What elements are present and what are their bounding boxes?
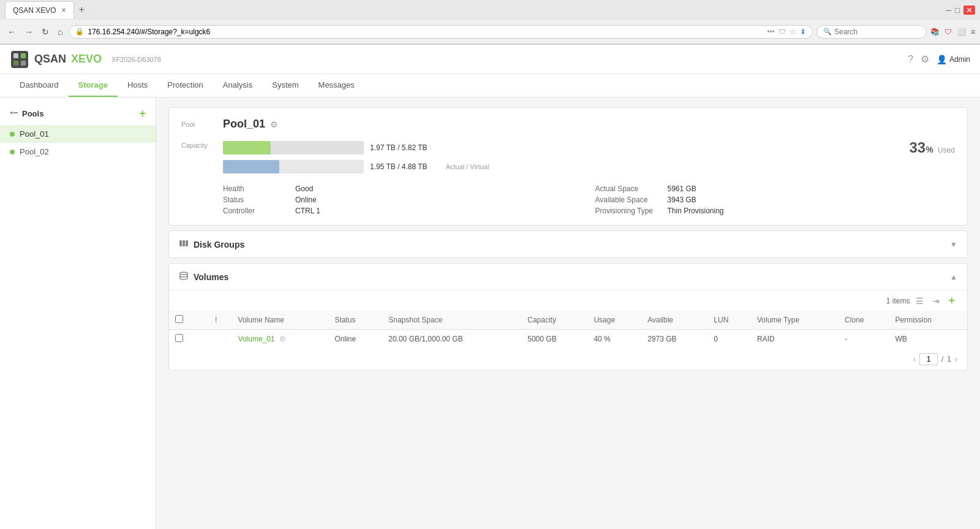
table-row: Volume_01 ⚙ Online 20.00 GB/1,000.00 GB …	[169, 330, 967, 349]
address-input[interactable]	[88, 28, 763, 36]
disk-groups-panel: Disk Groups ▼	[168, 230, 968, 258]
next-page-button[interactable]: ›	[955, 355, 957, 363]
volumes-toolbar: 1 items ☰ ⇥ +	[169, 291, 967, 311]
nav-analysis[interactable]: Analysis	[213, 74, 262, 97]
logo-icon	[10, 50, 29, 69]
bookmark-icon[interactable]: 🛡	[778, 28, 786, 36]
close-window-button[interactable]: ✕	[963, 6, 975, 15]
sidebar-item-pool01[interactable]: Pool_01	[0, 125, 156, 143]
col-clone[interactable]: Clone	[839, 311, 889, 330]
col-lun[interactable]: LUN	[707, 311, 751, 330]
export-button[interactable]: ⇥	[930, 295, 942, 307]
logo-xevo: XEVO	[71, 53, 102, 66]
disk-groups-header[interactable]: Disk Groups ▼	[169, 231, 967, 257]
add-pool-button[interactable]: +	[139, 107, 146, 120]
col-snapshot-space[interactable]: Snapshot Space	[382, 311, 521, 330]
col-status[interactable]: Status	[328, 311, 382, 330]
select-all-checkbox[interactable]	[175, 315, 183, 323]
col-alert: !	[209, 311, 232, 330]
col-permission[interactable]: Permission	[889, 311, 967, 330]
search-input[interactable]	[834, 28, 908, 36]
settings-icon[interactable]: ⚙	[921, 53, 929, 65]
volumes-chevron: ▲	[950, 273, 957, 281]
sidebar-pools-title: Pools	[10, 108, 43, 119]
svg-rect-3	[13, 61, 18, 66]
row-volume-type-cell: RAID	[751, 330, 839, 349]
col-available[interactable]: Availble	[641, 311, 707, 330]
svg-rect-4	[21, 61, 26, 66]
percent-used-display: 33% Used	[909, 139, 955, 156]
tab-close-button[interactable]: ✕	[61, 7, 66, 13]
row-snapshot-space-cell: 20.00 GB/1,000.00 GB	[382, 330, 521, 349]
page-input[interactable]	[919, 353, 938, 365]
row-volume-name-cell[interactable]: Volume_01 ⚙	[232, 330, 329, 349]
prev-page-button[interactable]: ‹	[913, 355, 916, 363]
row-checkbox-cell[interactable]	[169, 330, 189, 349]
controller-row: Controller CTRL 1	[223, 207, 583, 215]
home-button[interactable]: ⌂	[55, 26, 65, 38]
help-icon[interactable]: ?	[908, 54, 913, 65]
available-space-row: Available Space 3943 GB	[595, 196, 956, 204]
col-usage[interactable]: Usage	[587, 311, 641, 330]
back-button[interactable]: ←	[5, 26, 18, 38]
more-options-icon[interactable]: •••	[767, 28, 775, 36]
col-capacity[interactable]: Capacity	[521, 311, 587, 330]
logo-qsan: QSAN	[34, 53, 66, 66]
pool-settings-icon[interactable]: ⚙	[270, 120, 278, 129]
add-volume-button[interactable]: +	[946, 293, 957, 308]
nav-dashboard[interactable]: Dashboard	[10, 74, 69, 97]
row-available-cell: 2973 GB	[641, 330, 707, 349]
device-id: XF2026-D63078	[111, 56, 161, 63]
pool-info-card: Pool Pool_01 ⚙ Capacity 1.97 TB / 5.82 T…	[168, 107, 968, 226]
download-icon[interactable]: ⬇	[800, 28, 806, 36]
refresh-button[interactable]: ↻	[39, 26, 51, 38]
browser-tab[interactable]: QSAN XEVO ✕	[5, 1, 74, 18]
menu-icon[interactable]: ≡	[971, 28, 975, 36]
disk-groups-chevron: ▼	[950, 240, 957, 249]
blue-bar-text: 1.95 TB / 4.88 TB	[370, 162, 428, 171]
svg-point-10	[180, 272, 187, 275]
search-icon: 🔍	[823, 28, 832, 36]
volumes-count: 1 items	[886, 297, 910, 305]
pool-field-label: Pool	[181, 121, 218, 128]
svg-rect-2	[21, 53, 26, 58]
row-status-cell: Online	[328, 330, 382, 349]
forward-button[interactable]: →	[22, 26, 36, 38]
pool02-status-dot	[10, 150, 15, 154]
percent-value: 33	[909, 139, 925, 156]
volumes-header[interactable]: Volumes ▲	[169, 264, 967, 291]
svg-rect-6	[13, 112, 18, 113]
lock-icon: 🔒	[75, 28, 84, 36]
row-usage-cell: 40 %	[587, 330, 641, 349]
col-volume-name[interactable]: Volume Name	[232, 311, 329, 330]
volume-name-link[interactable]: Volume_01	[238, 335, 275, 343]
star-icon[interactable]: ☆	[790, 28, 796, 36]
minimize-button[interactable]: ─	[946, 6, 951, 15]
shield-icon[interactable]: 🛡	[944, 28, 952, 36]
pool01-status-dot	[10, 132, 15, 137]
pool-name: Pool_01	[223, 118, 265, 131]
edit-columns-button[interactable]: ☰	[913, 295, 926, 307]
nav-hosts[interactable]: Hosts	[118, 74, 157, 97]
nav-protection[interactable]: Protection	[157, 74, 213, 97]
row-capacity-cell: 5000 GB	[521, 330, 587, 349]
nav-storage[interactable]: Storage	[69, 74, 118, 97]
main-content: Pool Pool_01 ⚙ Capacity 1.97 TB / 5.82 T…	[156, 97, 980, 529]
green-progress-fill	[223, 141, 271, 154]
maximize-button[interactable]: □	[955, 6, 960, 15]
row-checkbox[interactable]	[175, 334, 183, 342]
svg-point-5	[10, 112, 13, 114]
health-row: Health Good	[223, 185, 583, 193]
new-tab-button[interactable]: +	[74, 4, 89, 15]
status-row: Status Online	[223, 196, 583, 204]
pagination-total: 1	[947, 355, 951, 363]
col-volume-type[interactable]: Volume Type	[751, 311, 839, 330]
sidebar: Pools + Pool_01 Pool_02	[0, 97, 156, 529]
admin-user[interactable]: 👤 Admin	[937, 55, 970, 64]
volume-settings-icon[interactable]: ⚙	[279, 335, 286, 343]
nav-system[interactable]: System	[262, 74, 308, 97]
split-view-icon[interactable]: ⬜	[957, 28, 966, 36]
bookmarks-icon[interactable]: 📚	[930, 28, 940, 36]
nav-messages[interactable]: Messages	[309, 74, 364, 97]
sidebar-item-pool02[interactable]: Pool_02	[0, 143, 156, 161]
